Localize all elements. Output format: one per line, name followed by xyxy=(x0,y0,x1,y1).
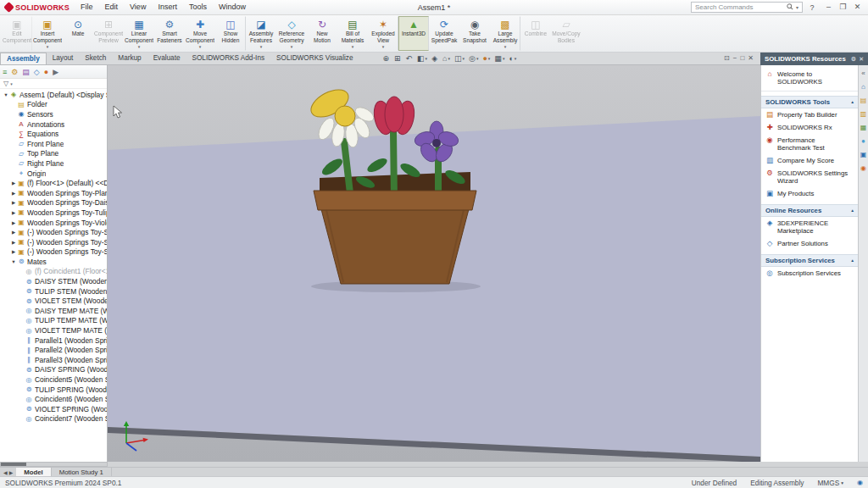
viewport-minimize-icon[interactable]: − xyxy=(733,54,737,62)
graphics-area[interactable] xyxy=(108,65,760,462)
tree-mate-daisy-stem[interactable]: ⊚ DAISY STEM (Wooden Spring... xyxy=(0,276,107,286)
dimxpertmanager-tab-icon[interactable]: ◇ xyxy=(34,68,40,76)
tree-mate-tulip-temp[interactable]: ◎ TULIP TEMP MATE (Wooden... xyxy=(0,316,107,326)
tree-mate-parallel3[interactable]: ∥ Parallel3 (Wooden Springs To... xyxy=(0,355,107,365)
move-copy-bodies-button[interactable]: ▱ Move/Copy Bodies xyxy=(551,16,581,51)
solidworks-rx-link[interactable]: ✚ SOLIDWORKS Rx xyxy=(761,121,858,134)
component-preview-window-button[interactable]: ⊞ Component Preview Window xyxy=(93,16,124,51)
my-products-link[interactable]: ▣ My Products xyxy=(761,187,858,200)
tree-daisy-component[interactable]: ▶ ▣ Wooden Springs Toy-Daisy<1> -> xyxy=(0,198,107,208)
search-icon[interactable] xyxy=(787,3,793,12)
taskpane-expand-icon[interactable]: « xyxy=(861,69,865,77)
units-selector[interactable]: MMGS ▾ xyxy=(817,479,843,487)
combine-button[interactable]: ◫ Combine xyxy=(520,16,551,51)
subscription-services-link[interactable]: ◎ Subscription Services xyxy=(761,267,858,280)
menu-item[interactable]: Tools xyxy=(183,0,213,14)
tree-floor-component[interactable]: ▶ ▣ (f) Floor<1> (Default) <<Default... xyxy=(0,178,107,188)
insert-components-button[interactable]: ▣ Insert Components ▾ xyxy=(32,16,63,51)
model-tab[interactable]: Model xyxy=(16,468,52,476)
section-subscription-services[interactable]: Subscription Services ▴ xyxy=(761,254,858,267)
scrollbar-thumb[interactable] xyxy=(1,463,26,466)
search-commands-box[interactable]: ▾ xyxy=(691,2,803,13)
manager-tabs-overflow-icon[interactable]: ▶ xyxy=(53,68,58,76)
tulip-flower[interactable] xyxy=(371,97,417,136)
expand-arrow-icon[interactable]: ▶ xyxy=(10,230,17,235)
motion-study-1-tab[interactable]: Motion Study 1 xyxy=(52,468,112,476)
status-tag-icon[interactable]: ◉ xyxy=(857,479,863,486)
taskpane-options-icon[interactable]: ⚙ xyxy=(851,56,856,63)
tree-folder[interactable]: ▤ Folder xyxy=(0,100,107,110)
study-nav-left-icon[interactable]: ◀ xyxy=(3,469,8,475)
tree-mate-coincident5[interactable]: ◎ Coincident5 (Wooden Spring... xyxy=(0,374,107,385)
expand-arrow-icon[interactable]: ▶ xyxy=(10,180,17,186)
expand-arrow-icon[interactable]: ▶ xyxy=(10,200,17,205)
instant3d-button[interactable]: ▲ Instant3D xyxy=(398,16,429,51)
new-motion-study-button[interactable]: ↻ New Motion Study xyxy=(307,16,337,51)
menu-item[interactable]: Window xyxy=(213,0,252,14)
section-view-icon[interactable]: ◧ ▾ xyxy=(415,54,429,63)
expand-arrow-icon[interactable]: ▶ xyxy=(10,249,17,254)
tree-origin[interactable]: ⌖ Origin xyxy=(0,169,107,179)
minimize-window-icon[interactable]: – xyxy=(821,0,836,14)
expand-arrow-icon[interactable]: ▶ xyxy=(10,210,17,215)
hide-show-items-icon[interactable]: ◎ ▾ xyxy=(467,54,480,63)
tab-layout[interactable]: Layout xyxy=(47,53,80,64)
performance-benchmark-test-link[interactable]: ◉ Performance Benchmark Test xyxy=(761,134,858,154)
design-library-tab-icon[interactable]: ▤ xyxy=(860,97,867,104)
tree-mate-violet-temp[interactable]: ◎ VIOLET TEMP MATE (Wooden... xyxy=(0,325,107,336)
section-solidworks-tools[interactable]: SOLIDWORKS Tools ▴ xyxy=(761,96,858,108)
show-hidden-components-button[interactable]: ◫ Show Hidden Components xyxy=(215,16,246,51)
expand-arrow-icon[interactable]: ▼ xyxy=(10,259,17,264)
tree-equations[interactable]: ∑ Equations xyxy=(0,129,107,139)
tree-spring-component-3[interactable]: ▶ ▣ (-) Wooden Springs Toy-Spring Di... xyxy=(0,247,107,258)
forum-tab-icon[interactable]: ◉ xyxy=(860,164,866,172)
smart-fasteners-button[interactable]: ⚙ Smart Fasteners xyxy=(154,16,185,51)
filter-funnel-icon[interactable]: ▽ xyxy=(3,80,8,87)
filter-dropdown-icon[interactable]: ▾ xyxy=(10,81,13,86)
search-input[interactable] xyxy=(695,3,784,11)
bill-of-materials-button[interactable]: ▤ Bill of Materials ▾ xyxy=(337,16,368,51)
custom-properties-tab-icon[interactable]: ▣ xyxy=(860,151,867,158)
appearances-scenes-tab-icon[interactable]: ● xyxy=(861,137,865,145)
tree-tulip-component[interactable]: ▶ ▣ Wooden Springs Toy-Tulip<1> -> xyxy=(0,208,107,218)
viewport-restore-icon[interactable]: ⊡ xyxy=(724,54,730,62)
close-window-icon[interactable]: ✕ xyxy=(850,0,865,14)
propertymanager-tab-icon[interactable]: ⚙ xyxy=(11,68,18,76)
previous-view-icon[interactable]: ↶ xyxy=(404,54,415,63)
tree-violet-component[interactable]: ▶ ▣ Wooden Springs Toy-Violet<1> -> xyxy=(0,218,107,228)
menu-item[interactable]: Edit xyxy=(99,0,125,14)
solidworks-settings-wizard-link[interactable]: ⚙ SOLIDWORKS Settings Wizard xyxy=(761,167,858,187)
tree-mate-coincident1[interactable]: ◎ (f) Coincident1 (Floor<1>,W... xyxy=(0,267,107,277)
featuremanager-tree-tab-icon[interactable]: ≡ xyxy=(3,68,7,76)
tree-mate-daisy-temp[interactable]: ◎ DAISY TEMP MATE (Wooden... xyxy=(0,306,107,316)
file-explorer-tab-icon[interactable]: ▥ xyxy=(860,110,867,118)
help-icon[interactable]: ? xyxy=(807,3,817,12)
tree-mate-parallel1[interactable]: ∥ Parallel1 (Wooden Springs To... xyxy=(0,336,107,346)
tree-mates-folder[interactable]: ▼ ⊚ Mates xyxy=(0,257,107,267)
tree-annotations[interactable]: A Annotations xyxy=(0,119,107,130)
tree-plant-pot-component[interactable]: ▶ ▣ Wooden Springs Toy-Plant Pot<... xyxy=(0,188,107,198)
update-speedpak-button[interactable]: ⟳ Update SpeedPak Subassemblies xyxy=(429,16,459,51)
tab-solidworks-visualize[interactable]: SOLIDWORKS Visualize xyxy=(270,53,359,64)
tree-mate-daisy-spring[interactable]: ⊚ DAISY SPRING (Wooden Spri... xyxy=(0,365,107,375)
compare-my-score-link[interactable]: ▥ Compare My Score xyxy=(761,154,858,167)
viewport-maximize-icon[interactable]: □ xyxy=(740,54,744,62)
displaymanager-tab-icon[interactable]: ● xyxy=(44,68,48,76)
3dexperience-marketplace-link[interactable]: ◈ 3DEXPERIENCE Marketplace xyxy=(761,217,858,237)
taskpane-close-icon[interactable]: ✕ xyxy=(859,56,864,63)
tree-spring-component-1[interactable]: ▶ ▣ (-) Wooden Springs Toy-Spring Di... xyxy=(0,227,107,237)
reference-geometry-button[interactable]: ◇ Reference Geometry ▾ xyxy=(276,16,307,51)
apply-scene-icon[interactable]: ▦ ▾ xyxy=(492,54,506,63)
tree-front-plane[interactable]: ▱ Front Plane xyxy=(0,139,107,149)
tab-sketch[interactable]: Sketch xyxy=(79,53,112,64)
zoom-area-icon[interactable]: ⊞ xyxy=(392,54,403,63)
display-style-icon[interactable]: ◫ ▾ xyxy=(453,54,466,63)
tree-top-plane[interactable]: ▱ Top Plane xyxy=(0,149,107,159)
partner-solutions-link[interactable]: ◇ Partner Solutions xyxy=(761,237,858,250)
menu-item[interactable]: Insert xyxy=(152,0,183,14)
tab-evaluate[interactable]: Evaluate xyxy=(147,53,186,64)
configurationmanager-tab-icon[interactable]: ▤ xyxy=(22,68,30,76)
take-snapshot-button[interactable]: ◉ Take Snapshot xyxy=(459,16,490,51)
tree-mate-tulip-stem[interactable]: ⊚ TULIP STEM (Wooden Springs... xyxy=(0,286,107,297)
move-component-button[interactable]: ✚ Move Component ▾ xyxy=(185,16,215,51)
